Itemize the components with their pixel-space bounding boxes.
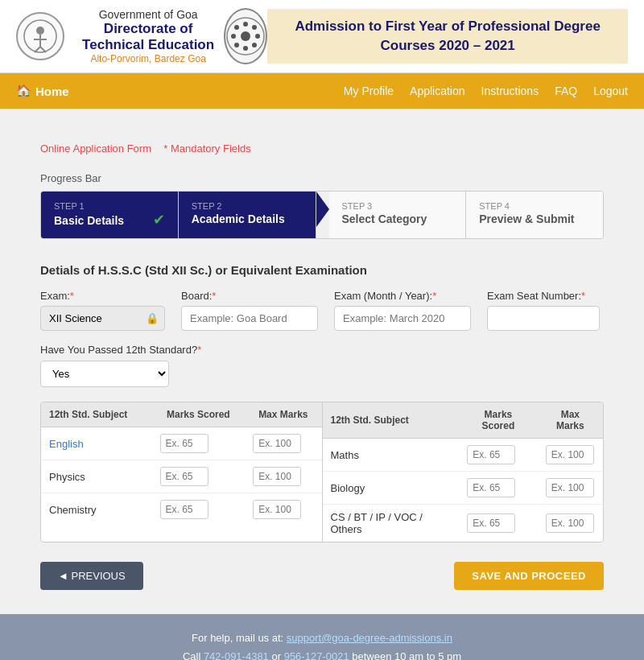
col-max-left: Max Marks xyxy=(245,402,321,427)
svg-point-11 xyxy=(255,34,260,39)
max-biology-input[interactable] xyxy=(546,478,594,497)
call-mid: or xyxy=(269,650,284,660)
step-3-num: STEP 3 xyxy=(342,201,453,211)
exam-group: Exam:* 🔒 xyxy=(40,290,165,331)
table-row: English xyxy=(41,427,322,460)
table-row: CS / BT / IP / VOC / Others xyxy=(323,505,604,542)
marks-chemistry xyxy=(152,493,246,526)
passed-label: Have You Passed 12th Standard?* xyxy=(40,344,604,356)
home-icon: 🏠 xyxy=(16,84,31,98)
nav-instructions[interactable]: Instructions xyxy=(481,85,539,97)
page-title: Online Application Form * Mandatory Fiel… xyxy=(40,133,604,158)
exam-input-wrap: 🔒 xyxy=(40,306,165,331)
passed-select[interactable]: Yes No xyxy=(40,361,169,387)
marks-biology xyxy=(459,472,538,505)
max-maths-input[interactable] xyxy=(546,445,594,464)
table-row: Physics xyxy=(41,460,322,493)
call-suffix: between 10 am to 5 pm xyxy=(349,650,461,660)
step-arrow xyxy=(316,192,329,227)
nav-logout[interactable]: Logout xyxy=(593,85,628,97)
board-input[interactable] xyxy=(181,306,318,331)
subject-physics: Physics xyxy=(41,460,152,493)
mail-prefix: For help, mail us at: xyxy=(192,632,287,644)
subjects-left: 12th Std. Subject Marks Scored Max Marks… xyxy=(41,402,322,542)
admission-title: Admission to First Year of Professional … xyxy=(283,17,612,56)
subject-english: English xyxy=(41,427,152,460)
marks-english-input[interactable] xyxy=(160,434,208,453)
subjects-table-wrap: 12th Std. Subject Marks Scored Max Marks… xyxy=(40,402,604,542)
passed-row: Have You Passed 12th Standard?* Yes No xyxy=(40,344,604,387)
table-row: Chemistry xyxy=(41,493,322,526)
exam-month-label: Exam (Month / Year):* xyxy=(334,290,471,302)
seat-number-group: Exam Seat Number:* xyxy=(487,290,600,331)
max-chemistry xyxy=(245,493,321,526)
previous-button[interactable]: ◄ PREVIOUS xyxy=(40,562,143,590)
nav-faq[interactable]: FAQ xyxy=(555,85,577,97)
step-3: STEP 3 Select Category xyxy=(329,192,467,238)
col-marks-left: Marks Scored xyxy=(152,402,246,427)
marks-biology-input[interactable] xyxy=(467,478,515,497)
seat-number-input[interactable] xyxy=(487,306,600,331)
phone1[interactable]: 742-091-4381 xyxy=(204,650,269,660)
save-proceed-button[interactable]: SAVE AND PROCEED xyxy=(454,562,604,590)
max-biology xyxy=(538,472,603,505)
svg-point-15 xyxy=(252,25,257,30)
max-cs-input[interactable] xyxy=(546,514,594,533)
steps-bar: STEP 1 Basic Details ✔ STEP 2 Academic D… xyxy=(40,191,604,239)
step-1-name: Basic Details xyxy=(54,214,124,227)
exam-label: Exam:* xyxy=(40,290,165,302)
call-prefix: Call xyxy=(183,650,204,660)
subjects-table-right: 12th Std. Subject Marks Scored Max Marks… xyxy=(323,402,604,542)
nav-my-profile[interactable]: My Profile xyxy=(344,85,394,97)
step-3-name: Select Category xyxy=(342,212,453,225)
max-maths xyxy=(538,439,603,472)
step-4: STEP 4 Preview & Submit xyxy=(466,192,603,238)
help-mail-row: For help, mail us at: support@goa-degree… xyxy=(16,629,628,647)
phone2[interactable]: 956-127-0021 xyxy=(284,650,349,660)
max-physics-input[interactable] xyxy=(253,467,301,486)
logo-area: Government of Goa Directorate of Technic… xyxy=(16,8,224,64)
marks-physics-input[interactable] xyxy=(160,467,208,486)
svg-point-14 xyxy=(234,43,239,47)
marks-chemistry-input[interactable] xyxy=(160,500,208,519)
svg-point-7 xyxy=(241,31,250,41)
svg-point-12 xyxy=(234,25,239,30)
step-2-name: Academic Details xyxy=(192,212,303,225)
svg-point-13 xyxy=(252,43,257,47)
step-2-num: STEP 2 xyxy=(192,201,303,211)
board-label: Board:* xyxy=(181,290,318,302)
nav-home[interactable]: 🏠 Home xyxy=(16,84,69,98)
marks-physics xyxy=(152,460,246,493)
exam-month-input[interactable] xyxy=(334,306,471,331)
max-physics xyxy=(245,460,321,493)
marks-cs-input[interactable] xyxy=(467,514,515,533)
max-cs xyxy=(538,505,603,542)
address: Alto-Porvorim, Bardez Goa xyxy=(72,53,224,64)
marks-english xyxy=(152,427,246,460)
subjects-table-left: 12th Std. Subject Marks Scored Max Marks… xyxy=(41,402,322,526)
gov-logo xyxy=(16,12,64,60)
svg-point-1 xyxy=(36,27,44,35)
subject-biology: Biology xyxy=(323,472,460,505)
nav-links: My Profile Application Instructions FAQ … xyxy=(344,85,628,97)
step-1-num: STEP 1 xyxy=(54,201,165,211)
max-chemistry-input[interactable] xyxy=(253,500,301,519)
mandatory-note: * Mandatory Fields xyxy=(163,142,250,155)
marks-maths-input[interactable] xyxy=(467,445,515,464)
step-4-num: STEP 4 xyxy=(479,201,590,211)
admission-banner: Admission to First Year of Professional … xyxy=(267,9,628,64)
max-english-input[interactable] xyxy=(253,434,301,453)
max-english xyxy=(245,427,321,460)
footer-help: For help, mail us at: support@goa-degree… xyxy=(0,614,644,660)
help-email[interactable]: support@goa-degree-admissions.in xyxy=(287,632,452,644)
exam-month-req: * xyxy=(432,290,436,302)
step-1-check: ✔ xyxy=(153,211,165,229)
svg-point-9 xyxy=(243,46,248,51)
subjects-right: 12th Std. Subject Marks Scored Max Marks… xyxy=(322,402,604,542)
lock-icon: 🔒 xyxy=(146,312,159,324)
nav-application[interactable]: Application xyxy=(410,85,465,97)
main-content: Online Application Form * Mandatory Fiel… xyxy=(0,109,644,614)
help-phone-row: Call 742-091-4381 or 956-127-0021 betwee… xyxy=(16,647,628,660)
marks-maths xyxy=(459,439,538,472)
svg-point-10 xyxy=(231,34,236,39)
